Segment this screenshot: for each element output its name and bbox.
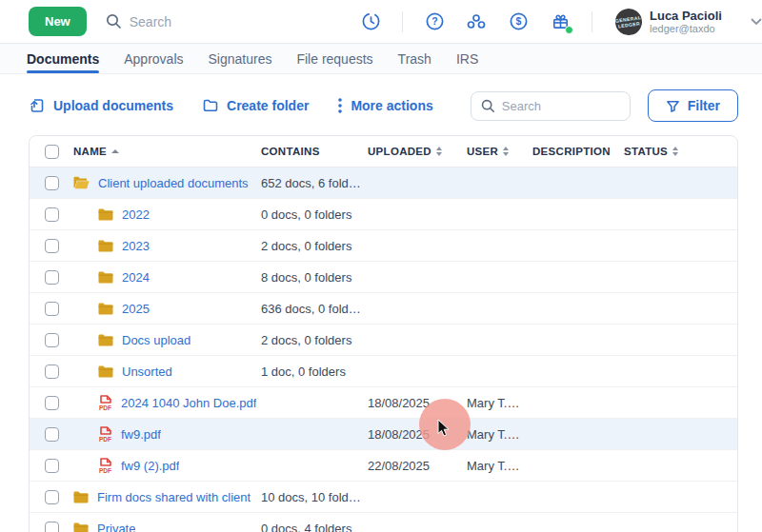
contains-cell: 1 doc, 0 folders: [261, 365, 368, 379]
global-search-input[interactable]: Search: [106, 13, 360, 30]
row-checkbox[interactable]: [45, 459, 59, 473]
more-actions-label: More actions: [351, 98, 432, 113]
item-name-link[interactable]: Client uploaded documents: [98, 176, 249, 190]
column-header-description[interactable]: DESCRIPTION: [532, 146, 624, 157]
svg-text:?: ?: [431, 15, 437, 27]
row-checkbox[interactable]: [45, 490, 59, 504]
row-checkbox[interactable]: [45, 427, 59, 442]
column-header-contains[interactable]: CONTAINS: [261, 146, 368, 157]
table-row[interactable]: Firm docs shared with client 10 docs, 10…: [30, 482, 737, 513]
contains-cell: 2 docs, 0 folders: [261, 239, 368, 253]
contains-cell: 636 docs, 0 fold…: [261, 302, 368, 316]
folder-icon: [98, 303, 113, 315]
sort-asc-icon: [111, 149, 119, 154]
folder-icon: [98, 365, 113, 378]
row-checkbox[interactable]: [45, 270, 59, 285]
user-name: Luca Pacioli: [650, 9, 741, 23]
user-cell: Mary T.…: [467, 427, 532, 442]
more-actions-button[interactable]: More actions: [337, 97, 432, 114]
table-row[interactable]: 2025 636 docs, 0 fold…: [30, 293, 737, 325]
avatar: GENERAL LEDGER: [613, 7, 644, 37]
item-name-link[interactable]: fw9 (2).pdf: [121, 459, 179, 473]
table-row[interactable]: Docs upload 2 docs, 0 folders: [30, 325, 737, 356]
table-row[interactable]: 2024 8 docs, 0 folders: [30, 262, 737, 293]
filter-button[interactable]: Filter: [648, 89, 738, 122]
table-search-placeholder: Search: [502, 99, 541, 113]
folder-icon: [73, 491, 89, 503]
item-name-link[interactable]: Docs upload: [122, 333, 190, 347]
row-checkbox[interactable]: [45, 239, 59, 253]
sort-icon: [503, 147, 509, 156]
tab-signatures[interactable]: Signatures: [196, 44, 285, 73]
divider: [592, 11, 592, 32]
item-name-link[interactable]: 2024 1040 John Doe.pdf: [121, 396, 256, 410]
tab-trash[interactable]: Trash: [386, 44, 444, 73]
community-icon[interactable]: [466, 11, 487, 32]
tab-documents[interactable]: Documents: [27, 44, 111, 73]
item-name-link[interactable]: fw9.pdf: [121, 427, 161, 442]
row-checkbox[interactable]: [45, 176, 59, 190]
folder-outline-icon: [202, 97, 219, 114]
column-header-name[interactable]: NAME: [73, 146, 261, 157]
pdf-icon: PDF: [98, 426, 112, 443]
tab-file-requests[interactable]: File requests: [284, 44, 385, 73]
topbar-icons: ? $: [360, 11, 592, 32]
column-header-status[interactable]: STATUS: [624, 146, 737, 157]
table-row[interactable]: Unsorted 1 doc, 0 folders: [30, 356, 737, 387]
tab-approvals[interactable]: Approvals: [111, 44, 195, 73]
tab-irs[interactable]: IRS: [444, 44, 491, 73]
item-name-link[interactable]: Private: [97, 522, 135, 532]
svg-text:PDF: PDF: [99, 436, 111, 443]
row-checkbox[interactable]: [45, 396, 59, 410]
item-name-link[interactable]: 2025: [122, 302, 150, 316]
column-header-user[interactable]: USER: [467, 146, 532, 157]
filter-label: Filter: [688, 98, 720, 113]
item-name-link[interactable]: 2022: [122, 207, 150, 222]
table-row[interactable]: 2022 0 docs, 0 folders: [30, 199, 737, 230]
contains-cell: 0 docs, 0 folders: [261, 207, 368, 222]
gift-icon[interactable]: [550, 11, 571, 32]
help-icon[interactable]: ?: [424, 11, 445, 32]
column-header-uploaded[interactable]: UPLOADED: [368, 146, 467, 157]
row-checkbox[interactable]: [45, 522, 59, 532]
table-search-input[interactable]: Search: [471, 91, 631, 121]
billing-icon[interactable]: $: [508, 11, 529, 32]
item-name-link[interactable]: Firm docs shared with client: [97, 490, 251, 504]
user-cell: Mary T.…: [467, 396, 532, 410]
upload-documents-button[interactable]: Upload documents: [29, 97, 173, 114]
table-row[interactable]: PDF 2024 1040 John Doe.pdf 18/08/2025 Ma…: [30, 387, 737, 419]
contains-cell: 0 docs, 4 folders: [261, 522, 368, 532]
chevron-down-icon[interactable]: [751, 15, 762, 29]
row-checkbox[interactable]: [45, 365, 59, 379]
table-row[interactable]: PDF fw9 (2).pdf 22/08/2025 Mary T.…: [30, 450, 737, 482]
select-all-checkbox[interactable]: [45, 145, 59, 159]
user-cell: Mary T.…: [467, 459, 532, 473]
user-menu[interactable]: GENERAL LEDGER Luca Pacioli ledger@taxdo: [615, 9, 762, 35]
filter-funnel-icon: [666, 99, 680, 113]
svg-text:$: $: [515, 15, 521, 27]
table-row[interactable]: Private 0 docs, 4 folders: [30, 513, 737, 532]
table-row[interactable]: Client uploaded documents 652 docs, 6 fo…: [30, 167, 737, 199]
row-checkbox[interactable]: [45, 207, 59, 222]
row-checkbox[interactable]: [45, 302, 59, 316]
table-row[interactable]: 2023 2 docs, 0 folders: [30, 230, 737, 262]
global-search-placeholder: Search: [130, 14, 171, 30]
uploaded-cell: 18/08/2025: [368, 427, 467, 442]
folder-icon: [98, 240, 113, 252]
table-row[interactable]: PDF fw9.pdf 18/08/2025 Mary T.…: [30, 419, 737, 450]
item-name-link[interactable]: Unsorted: [122, 365, 172, 379]
sort-icon: [672, 147, 678, 156]
row-checkbox[interactable]: [45, 333, 59, 347]
kebab-menu-icon: [337, 97, 343, 114]
create-folder-button[interactable]: Create folder: [202, 97, 309, 114]
search-icon: [106, 13, 122, 30]
new-button[interactable]: New: [29, 7, 87, 36]
upload-documents-label: Upload documents: [53, 98, 173, 113]
uploaded-cell: 18/08/2025: [368, 396, 467, 410]
time-tracking-icon[interactable]: [360, 11, 381, 32]
folder-icon: [98, 334, 113, 346]
item-name-link[interactable]: 2024: [122, 270, 150, 285]
item-name-link[interactable]: 2023: [122, 239, 150, 253]
divider: [402, 11, 403, 32]
documents-table: NAMECONTAINSUPLOADEDUSERDESCRIPTIONSTATU…: [29, 135, 738, 532]
